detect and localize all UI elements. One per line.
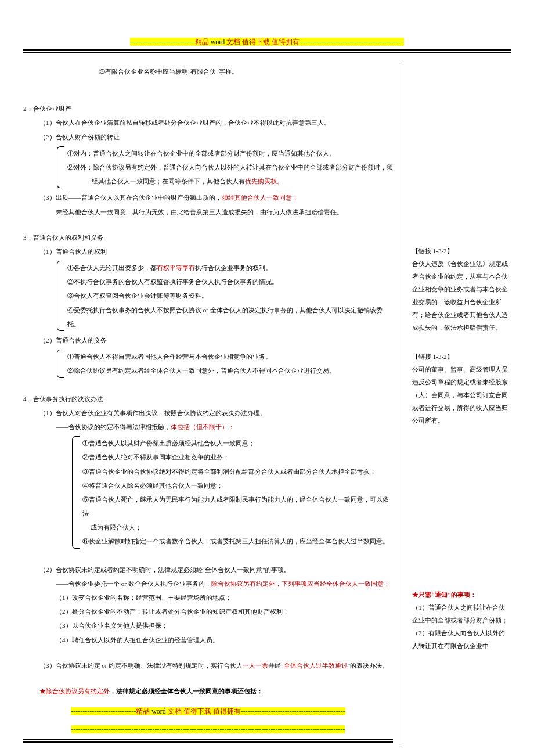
sec4-b5a: ⑤普通合伙人死亡，继承人为无民事行为能力人或者限制民事行为能力人的，经全体合伙人…	[82, 492, 393, 520]
side-link3-p2: （2）有限合伙人向合伙人以外的人转让其在有限合伙企业中	[412, 627, 511, 652]
sec4-note1: ——合伙协议的约定不得与法律相抵触，体包括（但不限于）：	[23, 420, 393, 434]
sec3-d2: ②除合伙协议另有约定或者经全体合伙人一致同意外，普通合伙人不得同本合伙企业进行交…	[67, 363, 393, 377]
header-rule-thick	[23, 49, 511, 51]
top-note: ③有限合伙企业名称中应当标明"有限合伙"字样。	[23, 64, 393, 78]
side-link3: ★只需"通知"的事项： （1）普通合伙人之间转让在合伙企业中的全部或者部分财产份…	[412, 588, 511, 652]
sec3-d1: ①普通合伙人不得自营或者同他人合作经营与本合伙企业相竞争的业务。	[67, 350, 393, 363]
sec4-s1: （1）改变合伙企业的名称；经营范围、主要经营场所的地点；	[23, 591, 393, 604]
sec2-b2a: ②对外：除合伙协议另有约定外，普通合伙人向合伙人以外的人转让其在合伙企业中的全部…	[67, 160, 393, 174]
sec4-title: 4．合伙事务执行的决议办法	[23, 392, 393, 406]
sec4-s4: （4）聘任合伙人以外的人担任合伙企业的经营管理人员。	[23, 633, 393, 647]
ftr2-dash-r2: ----------------------------------------…	[240, 725, 345, 733]
side-link3-p1: （1）普通合伙人之间转让在合伙企业中的全部或者部分财产份额；	[412, 601, 511, 627]
ftr2-dash-l: ----------------------------	[71, 725, 136, 733]
main-area: ③有限合伙企业名称中应当标明"有限合伙"字样。 2．合伙企业财产 （1）合伙人在…	[23, 64, 511, 744]
sec3-r2: ②不执行合伙事务的合伙人有权监督执行事务合伙人执行合伙事务的情况。	[67, 275, 393, 289]
footer-rule-thick	[23, 741, 393, 743]
side-link1: 【链接 1-3-2】 合伙人违反《合伙企业法》规定或者合伙企业的约定，从事与本合…	[412, 244, 511, 334]
footer-rule-thin	[23, 739, 393, 740]
sec2-b1: ①对内：普通合伙人之间转让在合伙企业中的全部或者部分财产份额时，应当通知其他合伙…	[67, 146, 393, 160]
sec3-r4: ④受委托执行合伙事务的合伙人不按照合伙协议 or 全体合伙人的决定执行事务的，其…	[67, 303, 393, 331]
footer-banner: ----------------------------精品 word 文档 值…	[23, 704, 393, 743]
sec4-b1: ①普通合伙人以其财产份额出质必须经其他合伙人一致同意；	[82, 436, 393, 450]
sec4-s3: （3）以合伙企业名义为他人提供担保；	[23, 618, 393, 632]
header-banner: ----------------------------精品 word 文档 值…	[23, 37, 511, 47]
sec3-rights-brace: ①各合伙人无论其出资多少，都有权平等享有执行合伙企业事务的权利。 ②不执行合伙事…	[23, 261, 393, 331]
sec2-p2: （2）合伙人财产份额的转让	[23, 130, 393, 144]
content-column: ③有限合伙企业名称中应当标明"有限合伙"字样。 2．合伙企业财产 （1）合伙人在…	[23, 64, 400, 744]
sec4-b4: ④将普通合伙人除名必须经其他合伙人一致同意；	[82, 478, 393, 492]
sec3-r1: ①各合伙人无论其出资多少，都有权平等享有执行合伙企业事务的权利。	[67, 261, 393, 275]
sec4-b5b: 成为有限合伙人；	[82, 520, 393, 534]
ftr2-dash-r: ----------------------------------------…	[136, 725, 241, 733]
side-link1-title: 【链接 1-3-2】	[412, 244, 511, 257]
ftr-t1: 精品	[136, 707, 150, 715]
document-page: ----------------------------精品 word 文档 值…	[0, 0, 534, 755]
banner-text1: 精品	[195, 38, 209, 46]
header-rule-thin	[23, 52, 511, 53]
sec4-brace1: ①普通合伙人以其财产份额出质必须经其他合伙人一致同意； ②普通合伙人绝对不得从事…	[23, 436, 393, 549]
banner-text2: 文档 值得下载 值得拥有	[226, 38, 300, 46]
side-link2: 【链接 1-3-2】 公司的董事、监事、高级管理人员违反公司章程的规定或者未经股…	[412, 350, 511, 427]
side-link2-title: 【链接 1-3-2】	[412, 350, 511, 363]
ftr-t2: 文档 值得下载 值得拥有	[168, 707, 241, 715]
sec2-b2b: 经其他合伙人一致同意；在同等条件下，其他合伙人有优先购买权。	[67, 174, 393, 188]
sec3-p2: （2）普通合伙人的义务	[23, 333, 393, 347]
sec4-p3: （3）合伙协议未约定 or 约定不明确、法律没有特别规定时，实行合伙人一人一票并…	[23, 658, 393, 672]
sec4-b6: ⑥伙企业解散时如指定一个或者数个合伙人，或者委托第三人担任清算人的，应当经全体合…	[82, 534, 393, 548]
sec3-duties-brace: ①普通合伙人不得自营或者同他人合作经营与本合伙企业相竞争的业务。 ②除合伙协议另…	[23, 350, 393, 377]
sec3-title: 3．普通合伙人的权利和义务	[23, 231, 393, 244]
sec3-p1: （1）普通合伙人的权利	[23, 244, 393, 258]
sec4-p2: （2）合伙协议未约定或者约定不明确时，法律规定必须经"全体合伙人一致同意"的事项…	[23, 563, 393, 577]
side-link2-body: 公司的董事、监事、高级管理人员违反公司章程的规定或者未经股东（大）会同意，与本公…	[412, 363, 511, 427]
ftr-dash-r: ----------------------------------------…	[241, 707, 345, 715]
sidebar-column: 【链接 1-3-2】 合伙人违反《合伙企业法》规定或者合伙企业的约定，从事与本合…	[412, 64, 511, 744]
sec4-p1: （1）合伙人对合伙企业有关事项作出决议，按照合伙协议约定的表决办法办理。	[23, 406, 393, 420]
ftr-dash-l: ----------------------------	[71, 707, 136, 715]
sec2-p1: （1）合伙人在合伙企业清算前私自转移或者处分合伙企业财产的，合伙企业不得以此对抗…	[23, 116, 393, 129]
sec4-b2: ②普通合伙人绝对不得从事同本企业相竞争的业务；	[82, 450, 393, 464]
sec4-s2: （2）处分合伙企业的不动产；转让或者处分合伙企业的知识产权和其他财产权利；	[23, 604, 393, 618]
sec3-r3: ③合伙人有权查阅合伙企业会计账簿等财务资料。	[67, 289, 393, 303]
side-link3-title: ★只需"通知"的事项：	[412, 588, 511, 601]
side-link1-body: 合伙人违反《合伙企业法》规定或者合伙企业的约定，从事与本合伙企业相竞争的业务或者…	[412, 257, 511, 334]
banner-dash-right: ----------------------------------------…	[300, 38, 404, 46]
sec2-title: 2．合伙企业财产	[23, 102, 393, 116]
sec2-brace: ①对内：普通合伙人之间转让在合伙企业中的全部或者部分财产份额时，应当通知其他合伙…	[23, 146, 393, 189]
sec4-b3: ③普通合伙企业的合伙协议绝对不得约定将全部利润分配给部分合伙人或者由部分合伙人承…	[82, 465, 393, 478]
sec2-p3a: （3）出质——普通合伙人以其在合伙企业中的财产份额出质的，须经其他合伙人一致同意…	[23, 190, 393, 204]
ftr-word: word	[151, 707, 166, 715]
banner-word: word	[211, 38, 225, 46]
sec2-p3b: 未经其他合伙人一致同意，其行为无效，由此给善意第三人造成损失的，由行为人依法承担…	[23, 205, 393, 219]
sec4-star: ★除合伙协议另有约定外，法律规定必须经全体合伙人一致同意的事项还包括：	[23, 684, 393, 698]
banner-dash-left: ----------------------------	[130, 38, 195, 46]
sec4-note2: ——合伙企业委托一个 or 数个合伙人执行企业事务的，除合伙协议另有约定外，下列…	[23, 577, 393, 591]
